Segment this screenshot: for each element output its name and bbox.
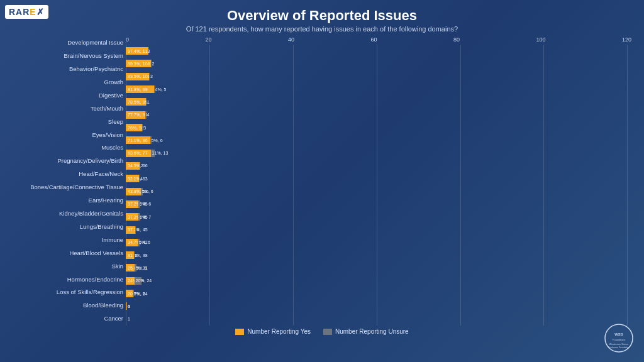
bar-yes: 24%, 29 (126, 277, 135, 285)
bar-group: 34.7%, 425%, 6 (126, 238, 160, 247)
bar-row: 64 (126, 300, 631, 312)
bar-yes: 77.7%, 94 (126, 111, 145, 119)
bar-yes: 37.2%, 45 (126, 226, 135, 234)
bar-unsure-label: 4 (135, 228, 139, 232)
bar-group: 1 (126, 315, 130, 324)
x-axis-label: 80 (453, 36, 460, 43)
bar-unsure: 5%, 6 (133, 290, 135, 297)
bar-yes: 37.2%, 45 (126, 213, 138, 221)
svg-text:Syndrome Foundation: Syndrome Foundation (608, 346, 630, 349)
y-label: Kidney/Bladder/Genitals (13, 208, 123, 219)
bar-unsure-label: 2 (140, 163, 143, 168)
y-label: Brain/Nervous System (13, 50, 123, 62)
bar-yes: 81.8%, 99 (126, 85, 154, 93)
bar-row: 52.1%, 634 (126, 173, 631, 184)
bar-unsure: 5%, 6 (150, 136, 152, 144)
bar-yes: 76%, 92 (126, 124, 142, 131)
bar-group: 97.4%, 113 (126, 47, 150, 55)
bar-unsure-label: 11%, 13 (151, 151, 169, 155)
bar-yes: 83.5%, 101 (126, 73, 149, 80)
y-label: Growth (13, 77, 123, 88)
bar-unsure-label: 5%, 6 (138, 202, 151, 206)
legend-unsure: Number Reporting Unsure (323, 328, 409, 335)
bar-row: 89.3%, 1082 (126, 58, 631, 69)
bar-row: 71.1%, 865%, 6 (126, 134, 631, 146)
y-label: Lungs/Breathing (13, 221, 123, 233)
bar-unsure-label: 5%, 6 (133, 292, 145, 296)
bar-group: 24%, 2920%, 24 (126, 277, 161, 285)
svg-text:Wiedemann·Steiner: Wiedemann·Steiner (609, 343, 630, 346)
bar-unsure: 5%, 6 (138, 200, 140, 208)
y-label: Developmental Issue (13, 37, 123, 48)
legend-unsure-label: Number Reporting Unsure (335, 328, 409, 335)
y-label: Bones/Cartilage/Connective Tissue (13, 182, 123, 193)
y-label: Loss of Skills/Regression (13, 287, 123, 299)
legend-yes: Number Reporting Yes (235, 328, 311, 335)
bar-yes: 63.6%, 77 (126, 150, 151, 157)
bar-unsure: 5%, 6 (135, 264, 136, 272)
bar-group: 63.6%, 7711%, 13 (126, 149, 165, 158)
bar-yes: 25.6%, 31 (126, 264, 135, 272)
bar-unsure-label: 5%, 6 (135, 266, 147, 270)
chart-area: Developmental IssueBrain/Nervous SystemB… (13, 36, 631, 326)
bar-unsure-label: 5%, 6 (150, 138, 163, 143)
bar-group: 77.7%, 944 (126, 111, 151, 119)
bar-group: 81.8%, 994%, 5 (126, 85, 160, 94)
bar-unsure: 2 (151, 60, 152, 67)
bar-unsure: 6%, 7 (138, 213, 140, 221)
bar-unsure-label: 3 (149, 74, 153, 79)
bar-unsure: 4 (139, 175, 140, 182)
bar-yes-label: 52.1%, 63 (126, 177, 148, 181)
bar-unsure: 2 (140, 162, 140, 170)
bar-yes-label: 89.3%, 108 (126, 62, 150, 66)
x-axis-label: 100 (536, 36, 545, 43)
bar-unsure: 3 (149, 73, 150, 80)
chart-subtitle: Of 121 respondents, how many reported ha… (13, 25, 631, 33)
bar-yes-label: 97.4%, 113 (126, 49, 150, 53)
bar-group: 76%, 923 (126, 123, 148, 132)
bar-row: 31.4%, 381 (126, 250, 631, 261)
bar-unsure: 11%, 13 (151, 150, 155, 157)
bar-yes: 31.4%, 38 (126, 251, 134, 259)
bar-row: 76%, 923 (126, 122, 631, 133)
bar-row: 37.2%, 456%, 7 (126, 211, 631, 222)
bar-unsure: 20%, 24 (135, 277, 142, 285)
legend-yes-box (235, 329, 244, 335)
bar-row: 78.5%, 951 (126, 96, 631, 107)
plot-area: 020406080100120 97.4%, 11389.3%, 108283.… (126, 36, 631, 326)
bar-group: 37.2%, 455%, 6 (126, 200, 160, 209)
bar-row: 1 (126, 314, 631, 325)
bar-group: 20.7%, 245%, 6 (126, 289, 160, 298)
legend: Number Reporting Yes Number Reporting Un… (13, 328, 631, 335)
bars-container: 97.4%, 11389.3%, 108283.5%, 101381.8%, 9… (126, 45, 631, 326)
y-label: Heart/Blood Vessels (13, 248, 123, 259)
bar-row: 63.6%, 7711%, 13 (126, 148, 631, 159)
bar-group: 78.5%, 951 (126, 97, 151, 106)
bar-group: 64 (126, 302, 134, 310)
bar-unsure-label: 20%, 24 (135, 278, 152, 283)
bar-yes-label: 77.7%, 94 (126, 112, 148, 117)
bar-group: 37.2%, 454 (126, 226, 151, 234)
bar-group: 83.5%, 1013 (126, 72, 153, 81)
bar-row: 20.7%, 245%, 6 (126, 288, 631, 299)
bar-group: 52.1%, 634 (126, 174, 151, 183)
bar-unsure-label: 5%, 6 (141, 189, 153, 194)
bar-yes: 54.5%, 66 (126, 162, 140, 170)
x-axis-label: 40 (288, 36, 294, 43)
bar-unsure-label: 6%, 7 (138, 215, 151, 219)
bar-unsure-label: 3 (142, 126, 146, 130)
bar-yes: 37.2%, 45 (126, 200, 138, 208)
bar-row: 43.8%, 535%, 6 (126, 186, 631, 197)
bar-yes-label: 78.5%, 95 (126, 100, 148, 104)
bar-group: 71.1%, 865%, 6 (126, 136, 160, 145)
bar-row: 81.8%, 994%, 5 (126, 84, 631, 95)
x-axis-label: 120 (622, 36, 631, 43)
y-label: Skin (13, 261, 123, 272)
bar-yes: 71.1%, 86 (126, 136, 150, 144)
bar-yes: 78.5%, 95 (126, 98, 146, 106)
bar-yes: 20.7%, 24 (126, 290, 133, 297)
y-label: Eyes/Vision (13, 129, 123, 141)
bar-yes: 97.4%, 113 (126, 47, 148, 55)
bar-unsure: 4 (145, 111, 146, 119)
bar-unsure: 4 (135, 226, 136, 234)
